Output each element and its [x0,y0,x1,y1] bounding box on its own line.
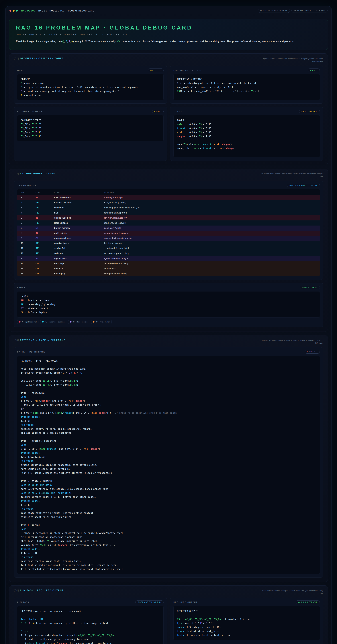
code-line: prompt structure, stepwise reasoning, ci… [21,463,316,467]
code-line: Typical modes: [21,451,316,455]
code-line: and add logging so E can be inspected. [21,431,316,435]
pill-zones: SAFE → DANGER [299,110,320,113]
code-line: 1. If you have an embedding tool, comput… [21,633,160,637]
table-row: 6RElogic collapsedead-end, no recovery [17,220,320,226]
page-lead: Feed this image plus a single failing ru… [16,40,321,44]
code-line: A = model answer [21,93,160,97]
modes-table-header: NO LANE NAME SYMPTOM [17,189,320,195]
lane-legend-label: OP · infra / deploy [96,321,110,323]
cell-lane: IN [36,216,54,219]
card-label-boundary: BOUNDARY SCORES [17,110,42,112]
table-row: 7STbroken memoryloses story / state [17,226,320,230]
code-line: {1,5,8} [21,419,316,423]
cell-symptom: agents overwrite or fight [104,257,320,260]
cell-no: 9 [21,237,36,240]
pill-boundary: 4 CUTS [152,110,164,113]
cell-no: 1 [21,196,36,199]
cell-lane: RE [36,247,54,250]
cell-lane: RE [36,252,54,255]
cell-symptom: flat, literal, blocked [104,242,320,244]
card-zones: ZONES SAFE → DANGER ZONESsafe: 0.00 ≤ ΔS… [170,107,323,161]
cell-symptom: dead-end, no recovery [104,222,320,224]
code-line: Type I (infra) [21,523,316,527]
lane-legend-chip-st: ST · state / context [68,320,89,324]
cell-no: 13 [21,257,36,260]
column-header-symptom: SYMPTOM [104,191,320,193]
cell-lane: OP [36,262,54,265]
code-line: Type S (state / memory) [21,479,316,483]
code-lanes: LANESIN = input / retrievalRE = reasonin… [17,291,320,318]
cell-lane: RE [36,201,54,204]
column-header-no: NO [21,191,36,193]
code-line: Cond: [21,443,316,447]
lane-dot-icon [93,321,94,322]
lane-legend-label: IN · input / retrieval [22,321,36,323]
cell-no: 11 [21,247,36,250]
code-line: Cond if multi-run data: [21,483,316,487]
code-line: BOUNDARY SCORES [21,118,160,122]
code-line: Typical modes: [21,499,316,503]
app-name: RAG-DEBUG [21,10,36,12]
cell-no: 2 [21,201,36,204]
debug-card-window: RAG-DEBUG · RAG 16 PROBLEM MAP · GLOBAL … [5,6,332,644]
close-window-button[interactable] [10,10,11,12]
code-line: (safe / transit / risk / danger) by judg… [21,641,160,644]
code-objects: OBJECTSQ = user questionE = top-k retrie… [17,74,164,100]
code-line: ΔS_PA = ΔS(P,A) [21,130,160,134]
cell-name: bluff [54,212,104,214]
code-line: and Z_EP, Z_PA are not worse than Z_QE u… [21,403,316,407]
code-line: Type R (retrieval) [21,391,316,395]
code-line [177,138,316,142]
cell-name: self-loop [54,252,104,255]
code-patterns: PATTERNS → TYPE → FIX FOCUS Note: one mo… [17,356,320,574]
lane-dot-icon [70,321,72,322]
cell-symptom: recursion or paradox loop [104,252,320,255]
code-line: ΔS: ΔS_QE, ΔS_EP, ΔS_PA, ΔS_QA (if avail… [177,617,316,621]
code-line: same Q/E/P/settings, Z_QE stable, Z_QA c… [21,487,316,491]
code-line: or [21,407,316,411]
table-row: 11REsymbol failcode / math / symbols fai… [17,246,320,251]
card-label-patterns: PATTERN DEFINITIONS [17,351,46,353]
code-line: ΔS_EP = ΔS(E,P) [21,126,160,130]
code-line: Z_PA = zone(ΔS_PA), Z_QA = zone(ΔS_QA). [21,383,316,387]
card-label-zones: ZONES [174,110,182,112]
card-label-llm-task: LLM TASK [17,601,29,603]
code-line: EMBEDDING + METRIC [177,77,316,81]
minimize-window-button[interactable] [13,10,14,12]
cell-name: creative freeze [54,242,104,244]
window-title: RAG-DEBUG · RAG 16 PROBLEM MAP · GLOBAL … [21,10,94,12]
page-title: RAG 16 PROBLEM MAP · GLOBAL DEBUG CARD [16,25,321,31]
cell-name: misread evidence [54,201,104,204]
code-line: Q, E, P, A from one failing run, plus th… [21,621,160,625]
code-line [21,375,316,379]
card-label-required-output: REQUIRED OUTPUT [174,601,198,603]
code-line: ZONES [177,118,316,122]
lane-legend-label: RE · reasoning / planning [45,321,64,323]
code-line: E = top-k retrieved docs (small k, e.g.,… [21,85,160,89]
code-zones: ZONESsafe: 0.00 ≤ ΔS < 0.40transit: 0.40… [174,115,320,158]
column-header-name: NAME [54,191,104,193]
code-line [21,387,316,391]
card-objects: OBJECTS Q / E / P / A OBJECTSQ = user qu… [14,66,167,104]
code-line: Q = user question [21,81,160,85]
card-label-metric: EMBEDDING + METRIC [174,69,201,71]
code-line [177,613,316,617]
cell-name: agent chaos [54,257,104,260]
zoom-window-button[interactable] [16,10,18,12]
cell-name: logic collapse [54,222,104,224]
code-line: Typical modes: [21,547,316,551]
cell-symptom: cannot inspect E content [104,232,320,234]
code-line: you may treat ΔS_QE as 1.0 (danger) by c… [21,543,316,547]
code-line: {7,9,13} [21,503,316,507]
code-line: OBJECTS [21,77,160,81]
code-line: stabilize agent roles and turn-taking. [21,515,316,519]
table-row: 5INembed false possim high, relevance lo… [17,216,320,220]
lane-legend-chip-re: RE · reasoning / planning [40,320,66,324]
cell-lane: RE [36,222,54,224]
code-line: cos_sim(u,v) = cosine similarity in [0,1… [177,85,316,89]
code-line: retriever: query, filters, top-k, embedd… [21,427,316,431]
lane-legend-chip-op: OP · infra / deploy [91,320,112,324]
cell-no: 3 [21,206,36,209]
code-line: Z_QE, Z_EP ∈ {safe,transit} and Z_PA, Z_… [21,447,316,451]
modes-table: NO LANE NAME SYMPTOM 1INhallucination/dr… [17,189,320,276]
